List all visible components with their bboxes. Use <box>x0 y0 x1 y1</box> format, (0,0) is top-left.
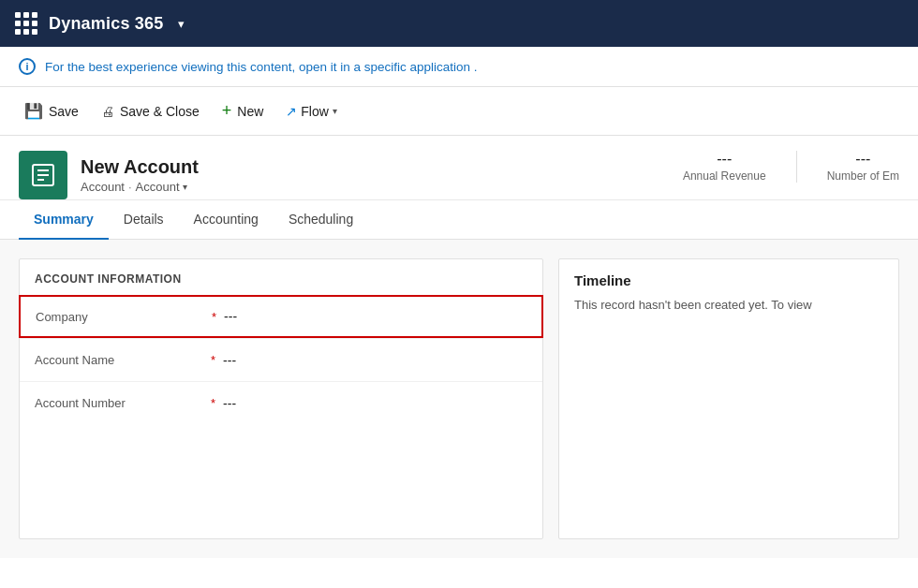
account-name-required-icon: * <box>211 353 215 367</box>
breadcrumb-parent: Account <box>81 180 125 194</box>
save-button[interactable]: 💾 Save <box>15 96 88 125</box>
toolbar: 💾 Save 🖨 Save & Close + New ↗ Flow ▾ <box>0 87 918 136</box>
info-icon: i <box>19 58 36 75</box>
tab-details[interactable]: Details <box>109 200 179 240</box>
breadcrumb-dot: · <box>128 180 132 194</box>
company-field-label: Company <box>36 310 204 324</box>
save-label: Save <box>49 104 79 119</box>
annual-revenue-value: --- <box>683 151 766 168</box>
save-icon: 💾 <box>24 102 43 120</box>
account-number-required-icon: * <box>211 396 215 410</box>
flow-icon: ↗ <box>286 104 297 119</box>
num-employees-label: Number of Em <box>827 169 899 183</box>
annual-revenue-stat: --- Annual Revenue <box>683 151 766 183</box>
account-name-field-value[interactable]: --- <box>223 353 527 368</box>
timeline-empty-message: This record hasn't been created yet. To … <box>574 298 883 312</box>
company-field-row[interactable]: Company * --- <box>19 295 543 338</box>
new-button[interactable]: + New <box>213 96 274 126</box>
breadcrumb-chevron-icon: ▾ <box>183 182 187 192</box>
save-close-label: Save & Close <box>120 104 200 119</box>
entity-stats: --- Annual Revenue --- Number of Em <box>683 151 899 198</box>
banner-link[interactable]: specific application <box>364 60 470 74</box>
save-close-button[interactable]: 🖨 Save & Close <box>92 98 209 125</box>
account-number-field-row[interactable]: Account Number * --- <box>20 381 542 424</box>
new-icon: + <box>222 101 232 121</box>
banner-message: For the best experience viewing this con… <box>45 60 478 74</box>
app-dropdown-icon[interactable]: ▾ <box>174 15 188 33</box>
company-field-value[interactable]: --- <box>224 309 526 324</box>
entity-header: New Account Account · Account ▾ --- Annu… <box>0 136 918 200</box>
entity-title: New Account <box>81 156 199 178</box>
entity-info: New Account Account · Account ▾ <box>81 156 199 194</box>
entity-breadcrumb: Account · Account ▾ <box>81 180 199 194</box>
tab-scheduling[interactable]: Scheduling <box>274 200 368 240</box>
app-title: Dynamics 365 <box>49 14 163 34</box>
account-info-title: ACCOUNT INFORMATION <box>20 259 542 295</box>
flow-button[interactable]: ↗ Flow ▾ <box>276 98 347 125</box>
top-navigation: Dynamics 365 ▾ <box>0 0 918 47</box>
account-name-field-label: Account Name <box>35 353 203 367</box>
flow-label: Flow <box>301 104 329 119</box>
annual-revenue-label: Annual Revenue <box>683 169 766 183</box>
breadcrumb-current-dropdown[interactable]: Account ▾ <box>136 180 187 194</box>
tab-summary[interactable]: Summary <box>19 200 109 240</box>
timeline-card: Timeline This record hasn't been created… <box>558 258 899 539</box>
info-banner: i For the best experience viewing this c… <box>0 47 918 87</box>
entity-left: New Account Account · Account ▾ <box>19 151 199 199</box>
waffle-menu-icon[interactable] <box>15 12 37 35</box>
tab-accounting[interactable]: Accounting <box>179 200 274 240</box>
account-number-field-value[interactable]: --- <box>223 396 527 411</box>
account-info-card: ACCOUNT INFORMATION Company * --- Accoun… <box>19 258 543 539</box>
num-employees-value: --- <box>827 151 899 168</box>
timeline-title: Timeline <box>574 272 883 288</box>
breadcrumb-current: Account <box>136 180 180 194</box>
num-employees-stat: --- Number of Em <box>827 151 899 183</box>
company-required-icon: * <box>212 310 216 324</box>
tabs-bar: Summary Details Accounting Scheduling <box>0 200 918 240</box>
account-name-field-row[interactable]: Account Name * --- <box>20 338 542 381</box>
new-label: New <box>237 104 263 119</box>
stat-divider <box>796 151 797 183</box>
flow-dropdown-icon: ▾ <box>333 106 337 116</box>
main-content: ACCOUNT INFORMATION Company * --- Accoun… <box>0 240 918 558</box>
account-number-field-label: Account Number <box>35 396 203 410</box>
save-close-icon: 🖨 <box>101 104 114 119</box>
entity-avatar <box>19 151 67 199</box>
